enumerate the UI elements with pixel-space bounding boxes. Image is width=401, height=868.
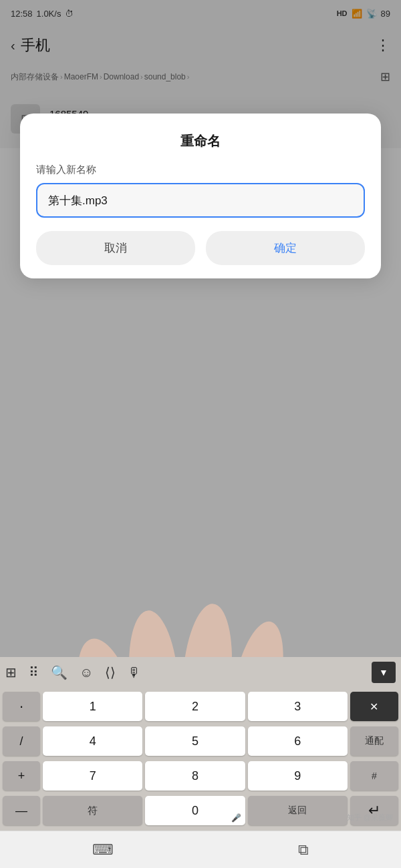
key-1[interactable]: 1	[43, 692, 142, 721]
rename-input[interactable]	[36, 183, 365, 218]
rename-dialog: 重命名 请输入新名称 取消 确定	[20, 114, 381, 278]
key-0[interactable]: 0 🎤	[145, 796, 245, 825]
key-3[interactable]: 3	[248, 692, 348, 721]
key-2[interactable]: 2	[145, 692, 245, 721]
hash-key[interactable]: #	[350, 761, 398, 791]
dialog-buttons: 取消 确定	[36, 231, 365, 265]
delete-key[interactable]: ✕	[350, 692, 398, 721]
watermark: 知乎 @采薇卿	[347, 813, 393, 823]
kb-grid-icon[interactable]: ⊞	[5, 664, 17, 680]
key-9[interactable]: 9	[248, 761, 348, 791]
back-key[interactable]: 返回	[248, 796, 348, 825]
bottom-bar: ⌨ ⧉	[0, 831, 401, 868]
kb-hide-button[interactable]: ▼	[372, 662, 396, 683]
key-8[interactable]: 8	[145, 761, 245, 791]
kb-search-icon[interactable]: 🔍	[51, 664, 68, 680]
keyboard-toolbar: ⊞ ⠿ 🔍 ☺ ⟨⟩ 🎙 ▼	[0, 657, 401, 688]
key-6[interactable]: 6	[248, 726, 348, 756]
confirm-button[interactable]: 确定	[206, 231, 365, 265]
bottom-clipboard-icon[interactable]: ⧉	[298, 841, 309, 859]
kb-mic-icon[interactable]: 🎙	[128, 665, 141, 680]
key-plus[interactable]: +	[3, 761, 40, 791]
kb-code-icon[interactable]: ⟨⟩	[105, 664, 116, 680]
key-4[interactable]: 4	[43, 726, 142, 756]
bottom-keyboard-icon[interactable]: ⌨	[92, 841, 114, 859]
dialog-input-label: 请输入新名称	[36, 164, 365, 176]
kb-hide-icon: ▼	[379, 667, 388, 678]
kb-keyboard-icon[interactable]: ⠿	[29, 664, 39, 680]
keyboard-toolbar-icons: ⊞ ⠿ 🔍 ☺ ⟨⟩ 🎙	[5, 664, 141, 680]
key-minus[interactable]: —	[3, 796, 40, 825]
key-slash[interactable]: /	[3, 726, 40, 756]
wildcard-key[interactable]: 通配	[350, 726, 398, 756]
dialog-title: 重命名	[36, 132, 365, 150]
key-5[interactable]: 5	[145, 726, 245, 756]
cancel-button[interactable]: 取消	[36, 231, 195, 265]
keyboard: ⊞ ⠿ 🔍 ☺ ⟨⟩ 🎙 ▼ · 1 2 3 ✕ / 4 5 6 通配 + 7 …	[0, 657, 401, 831]
fu-key[interactable]: 符	[43, 796, 142, 825]
kb-emoji-icon[interactable]: ☺	[80, 665, 93, 680]
key-dot[interactable]: ·	[3, 692, 40, 721]
keyboard-body: · 1 2 3 ✕ / 4 5 6 通配 + 7 8 9 # — 符 0 🎤 返…	[0, 688, 401, 831]
key-7[interactable]: 7	[43, 761, 142, 791]
